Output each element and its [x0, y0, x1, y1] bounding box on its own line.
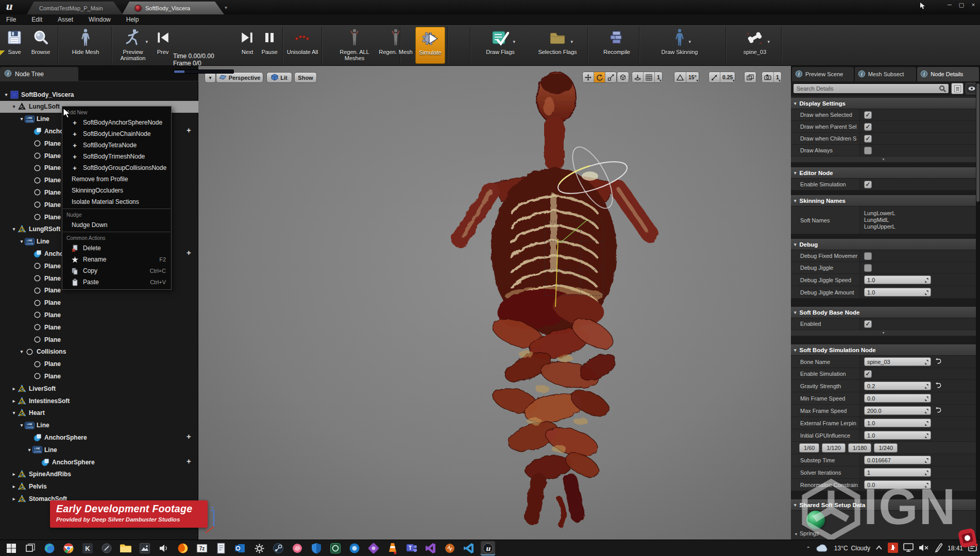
preview-animation-button[interactable]: ▾Preview Animation	[112, 27, 154, 64]
tree-item-line-27[interactable]: ▾LINECHAINLine	[0, 420, 198, 431]
playstation-icon[interactable]	[888, 543, 898, 554]
tree-collapsed-arrow-icon[interactable]: ▸	[11, 398, 17, 404]
screenshot-button[interactable]	[745, 72, 756, 82]
tree-item-plane-23[interactable]: Plane	[0, 370, 198, 382]
taskbar-icon-settings[interactable]	[252, 541, 266, 555]
taskbar-icon-file-explorer[interactable]	[119, 541, 133, 555]
checkbox-draw-when-selected[interactable]: ✓	[864, 111, 872, 119]
recompile-button[interactable]: Recompile	[596, 27, 638, 64]
tree-expanded-arrow-icon[interactable]: ▾	[11, 227, 17, 232]
taskbar-icon-notepad[interactable]	[214, 541, 228, 555]
pause-button[interactable]: Pause	[258, 27, 281, 64]
tree-item-heart-26[interactable]: ▾Heart	[0, 407, 198, 419]
dropdown-caret-icon[interactable]: ▾	[145, 39, 148, 44]
asset-expanded-arrow-icon[interactable]: ▾	[795, 530, 797, 536]
next-button[interactable]: Next	[237, 27, 258, 64]
spinner-icon[interactable]	[924, 458, 929, 464]
context-menu-item-softbodyanchorspherenode[interactable]: +SoftBodyAnchorSphereNode	[62, 117, 171, 128]
taskbar-icon-edge[interactable]	[42, 541, 57, 555]
value-field-renormalise-constrain[interactable]: 0.0	[864, 480, 931, 489]
spinner-icon[interactable]	[924, 408, 929, 415]
checkbox-debug-fixed-movemer[interactable]	[864, 252, 872, 260]
tree-item-softbody-viscera-0[interactable]: ▾SoftBody_Viscera	[0, 89, 198, 100]
menu-edit[interactable]: Edit	[29, 16, 44, 23]
rotation-snap-button[interactable]	[674, 72, 686, 82]
details-tab-node-details[interactable]: iNode Details	[917, 67, 979, 81]
spinner-icon[interactable]	[924, 277, 929, 284]
details-tab-preview-scene[interactable]: iPreview Scene	[792, 67, 854, 81]
floating-red-widget[interactable]	[956, 526, 979, 552]
dropdown-caret-icon[interactable]: ▾	[570, 39, 573, 44]
context-menu-item-nudge-down[interactable]: Nudge Down	[62, 219, 171, 231]
section-expander[interactable]: ▾	[791, 330, 976, 336]
tree-expanded-arrow-icon[interactable]: ▾	[11, 104, 17, 109]
taskbar-icon-dark-app[interactable]	[99, 541, 114, 555]
revert-icon[interactable]	[935, 381, 942, 391]
selection-flags-button[interactable]: ▾Selection Flags	[533, 27, 582, 64]
section-expander[interactable]: ▾	[791, 157, 976, 163]
revert-icon[interactable]	[935, 357, 942, 367]
taskbar-icon-outlook[interactable]	[233, 541, 247, 555]
checkbox-enabled[interactable]: ✓	[864, 320, 872, 328]
volume-muted-icon[interactable]	[919, 544, 929, 553]
hide-mesh-button[interactable]: Hide Mesh	[63, 27, 108, 64]
taskbar-icon-vscode[interactable]	[462, 541, 476, 555]
prev-button[interactable]: Prev	[154, 27, 172, 64]
spinner-icon[interactable]	[924, 482, 929, 489]
dropdown-caret-icon[interactable]: ▾	[513, 39, 515, 44]
asset-tab-softbody-viscera[interactable]: SoftBody_Viscera	[122, 2, 224, 14]
asset-tab-combattestmap-p-main[interactable]: CombatTestMap_P_Main	[27, 2, 123, 14]
viewport-button-perspective[interactable]: Perspective	[216, 72, 263, 83]
add-node-plus-icon[interactable]: +	[187, 432, 191, 441]
section-header-debug[interactable]: ▾Debug	[791, 239, 976, 250]
taskbar-icon-teams[interactable]: T	[404, 541, 419, 555]
taskbar-icon-visual-studio[interactable]	[424, 541, 438, 555]
dropdown-caret-icon[interactable]: ▾	[688, 39, 691, 44]
taskbar-icon-defender[interactable]	[309, 541, 324, 555]
search-input[interactable]: Search Details	[793, 83, 949, 94]
taskbar-icon-photos[interactable]	[138, 541, 152, 555]
section-header-soft-body-simulation-node[interactable]: ▾Soft Body Simulation Node	[791, 344, 976, 356]
value-field-initial-gpuinfluence[interactable]: 1.0	[864, 431, 931, 440]
viewport-button-viewport-options[interactable]: ▾	[205, 72, 216, 83]
taskbar-icon-steam[interactable]	[271, 541, 285, 555]
taskbar-icon-task-view[interactable]	[23, 541, 38, 555]
section-header-display-settings[interactable]: ▾Display Settings	[791, 98, 976, 109]
unisolate-all-button[interactable]: Unisolate All	[285, 27, 319, 64]
add-node-plus-icon[interactable]: +	[187, 248, 191, 257]
camera-speed-value-button[interactable]: 1▾	[774, 72, 781, 82]
minimize-button[interactable]: ─	[946, 2, 953, 8]
scale-button[interactable]	[605, 72, 616, 82]
tree-item-plane-19[interactable]: Plane	[0, 321, 198, 333]
tree-item-anchorsphere-30[interactable]: AnchorSphere+	[0, 456, 198, 468]
taskbar-icon-gitkraken[interactable]	[366, 541, 381, 555]
context-menu-item-remove-from-profile[interactable]: Remove from Profile	[62, 173, 171, 185]
tree-item-plane-22[interactable]: Plane	[0, 358, 198, 370]
viewport-button-show[interactable]: Show	[294, 72, 317, 83]
timeline-slider[interactable]	[173, 70, 234, 74]
tree-collapsed-arrow-icon[interactable]: ▸	[11, 484, 17, 489]
surface-snap-button[interactable]	[632, 72, 644, 82]
tab-node-tree[interactable]: i Node Tree	[0, 67, 78, 81]
context-menu-item-copy[interactable]: CopyCtrl+C	[62, 265, 171, 276]
coordinate-system-button[interactable]	[617, 72, 629, 82]
menu-file[interactable]: File	[4, 16, 18, 23]
tree-expanded-arrow-icon[interactable]: ▾	[19, 116, 25, 121]
checkbox-draw-always[interactable]	[864, 147, 872, 154]
tree-expanded-arrow-icon[interactable]: ▾	[19, 239, 25, 244]
tree-collapsed-arrow-icon[interactable]: ▸	[11, 472, 17, 477]
view-options-icon[interactable]	[951, 83, 964, 94]
dropdown-caret-icon[interactable]: ▾	[767, 39, 770, 44]
checkbox-debug-jiggle[interactable]	[864, 264, 872, 272]
tree-item-plane-17[interactable]: Plane	[0, 297, 198, 309]
section-header-editor-node[interactable]: ▾Editor Node	[791, 167, 976, 179]
tree-expanded-arrow-icon[interactable]: ▾	[19, 423, 25, 428]
preset-button-1-180[interactable]: 1/180	[848, 443, 872, 453]
preset-button-1-60[interactable]: 1/60	[799, 443, 819, 453]
menu-window[interactable]: Window	[87, 16, 113, 23]
taskbar-icon-audio-app[interactable]	[443, 541, 457, 555]
spinner-icon[interactable]	[924, 421, 929, 427]
taskbar-icon-chrome[interactable]	[61, 541, 76, 555]
display-icon[interactable]	[903, 543, 914, 553]
context-menu-item-rename[interactable]: RenameF2	[62, 254, 171, 265]
